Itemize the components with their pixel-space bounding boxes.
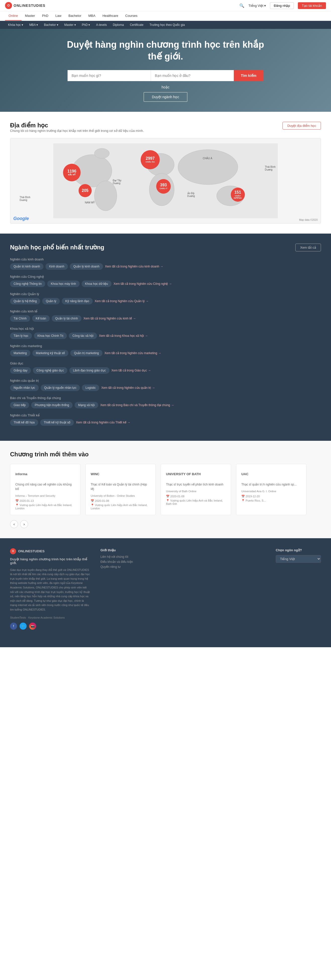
tag-5-1[interactable]: Marketing kỹ thuật số	[32, 350, 68, 356]
view-all-link-2[interactable]: Xem tất cả trong Nghiên cứu Quản lý	[95, 299, 149, 303]
footer-socials: f 🐦 📷	[10, 623, 91, 630]
tag-1-0[interactable]: Công nghệ Thông tin	[10, 280, 45, 287]
tag-2-1[interactable]: Quản lý	[42, 298, 60, 304]
carousel-prev-button[interactable]: ‹	[10, 520, 18, 528]
tag-0-1[interactable]: Kinh doanh	[45, 263, 68, 270]
facebook-icon[interactable]: f	[10, 623, 17, 630]
map-bubble-south-america[interactable]: 205	[79, 184, 92, 197]
subnav-diploma[interactable]: Diploma	[110, 21, 127, 29]
nav-online[interactable]: Online	[5, 11, 22, 21]
view-all-link-3[interactable]: Xem tất cả trong Nghiên cứu kinh tế	[83, 317, 136, 320]
tag-7-2[interactable]: Logistic	[82, 385, 99, 391]
subnav-quocgia[interactable]: Trường học theo Quốc gia	[146, 21, 188, 29]
tag-8-2[interactable]: Mạng xã hội	[75, 402, 98, 408]
tag-5-0[interactable]: Marketing	[10, 350, 30, 356]
hero-search-bar: Tìm kiếm	[68, 70, 263, 81]
tag-3-2[interactable]: Quản lý tài chính	[52, 315, 81, 322]
subnav-alevels[interactable]: A-levels	[93, 21, 110, 29]
program-loc-3: 📍 Puerto Rico, S...	[241, 499, 301, 502]
search-icon[interactable]: 🔍	[239, 3, 244, 8]
footer-desc: Giáo dục trực tuyến đang thay đổi thế gi…	[10, 568, 91, 612]
program-card-3[interactable]: UAC Thạc sĩ quản trị h nghiên cứu ngành …	[236, 464, 306, 515]
map-bubble-africa[interactable]: 393 CHÂU Ý	[156, 179, 171, 194]
register-button[interactable]: Tạo tài khoản	[298, 2, 326, 9]
subnav-khoahoc[interactable]: Khóa học ▾	[5, 21, 26, 29]
industry-group-6: Giáo dụcGiảng dạyCông nghệ giáo dụcLãnh …	[10, 361, 321, 374]
subnav-bachelor[interactable]: Bachelor ▾	[41, 21, 61, 29]
program-card-0[interactable]: informa Chúng chỉ nâng cao về nghiên cứu…	[10, 464, 80, 515]
label-thai-binh-duong-1: Thái BìnhDương	[19, 196, 30, 201]
nav-master[interactable]: Master	[22, 11, 39, 21]
subnav-master[interactable]: Master ▾	[61, 21, 79, 29]
search-button[interactable]: Tìm kiếm	[234, 70, 263, 81]
view-all-link-6[interactable]: Xem tất cả trong Giáo dục	[111, 369, 151, 372]
login-button[interactable]: Đăng nhập	[270, 2, 294, 9]
nav-healthcare[interactable]: Healthcare	[99, 11, 122, 21]
map-section-title-area: Địa điểm học Chúng tôi có hàng nghìn trư…	[10, 122, 144, 137]
map-bubble-europe[interactable]: 2997 CHÂU ÂU	[141, 150, 160, 169]
view-all-industries-button[interactable]: Xem tất cả	[295, 243, 321, 251]
tag-4-1[interactable]: Khoa học Chính Trị	[34, 332, 67, 339]
carousel-controls: ‹ ›	[10, 520, 321, 528]
twitter-icon[interactable]: 🐦	[19, 623, 27, 630]
nav-courses[interactable]: Courses	[122, 11, 141, 21]
subnav-phd[interactable]: PhD ▾	[79, 21, 93, 29]
view-all-link-7[interactable]: Xem tất cả trong Nghiên cứu quản trị	[101, 386, 155, 390]
subnav-certificate[interactable]: Certificate	[127, 21, 146, 29]
nav-law[interactable]: Law	[52, 11, 65, 21]
program-logo-1: WINC	[91, 469, 150, 479]
tag-7-0[interactable]: Nguồn nhân lực	[10, 385, 39, 391]
tag-9-0[interactable]: Thiết kế đồ họa	[10, 419, 38, 426]
nav-mba[interactable]: MBA	[85, 11, 99, 21]
map-copyright: Map data ©2020	[299, 218, 318, 221]
tag-6-1[interactable]: Công nghệ giáo dục	[33, 367, 67, 374]
tag-6-2[interactable]: Lãnh đạo trong giáo dục	[69, 367, 109, 374]
subnav-mba[interactable]: MBA ▾	[26, 21, 41, 29]
map-bubble-australia[interactable]: 151 CHÂU DƯƠNG	[231, 188, 245, 202]
instagram-icon[interactable]: 📷	[29, 623, 36, 630]
browse-locations-button[interactable]: Duyệt địa điểm học	[283, 122, 321, 130]
program-card-1[interactable]: WINC Thạc sĩ Kế toán và Quản lý tài chín…	[85, 464, 156, 515]
nav-phd[interactable]: PhD	[38, 11, 52, 21]
tag-3-0[interactable]: Tài Chính	[10, 315, 30, 322]
tag-2-0[interactable]: Quản lý hệ thống	[10, 298, 40, 304]
language-select[interactable]: Tiếng Việt English	[276, 555, 321, 563]
search-subject-input[interactable]	[68, 70, 151, 81]
tag-8-0[interactable]: Giao tiếp	[10, 402, 29, 408]
tag-0-2[interactable]: Quản lý kinh doanh	[70, 263, 103, 270]
map-bubble-north-america[interactable]: 1196 BẮC MỸ	[63, 164, 81, 181]
view-all-link-5[interactable]: Xem tất cả trong Nghiên cứu marketing	[105, 352, 161, 355]
browse-industries-button[interactable]: Duyệt ngành học	[144, 92, 187, 102]
tag-0-0[interactable]: Quản trị kinh doanh	[10, 263, 43, 270]
search-location-input[interactable]	[151, 70, 234, 81]
tag-2-2[interactable]: Kỹ năng lãnh đạo	[62, 298, 93, 304]
footer-link-contact[interactable]: Liên hệ với chúng tôi	[100, 555, 133, 558]
view-all-link-9[interactable]: Xem tất cả trong Nghiên cứu Thiết kế	[76, 421, 130, 424]
nav-bachelor[interactable]: Bachelor	[65, 11, 84, 21]
view-all-link-1[interactable]: Xem tất cả trong Nghiên cứu Công nghệ	[113, 282, 172, 286]
tag-6-0[interactable]: Giảng dạy	[10, 367, 31, 374]
carousel-next-button[interactable]: ›	[20, 520, 28, 528]
language-button[interactable]: Tiếng Việt ▾	[248, 4, 266, 8]
view-all-link-8[interactable]: Xem tất cả trong Báo chí và Truyền thông…	[100, 403, 174, 407]
tag-5-2[interactable]: Quản trị marketing	[70, 350, 102, 356]
tag-9-1[interactable]: Thiết kế kỹ thuật số	[40, 419, 74, 426]
tag-4-0[interactable]: Tâm lý học	[10, 332, 32, 339]
footer-col-about-title: Giới thiệu	[100, 548, 133, 552]
tag-1-2[interactable]: Khoa học dữ liệu	[82, 280, 111, 287]
view-all-link-0[interactable]: Xem tất cả trong Nghiên cứu kinh doanh	[105, 265, 163, 268]
tag-3-1[interactable]: Kế toán	[32, 315, 50, 322]
tag-7-1[interactable]: Quản lý nguồn nhân lực	[41, 385, 80, 391]
industry-group-title-8: Báo chí và Truyền thông đại chúng	[10, 396, 321, 400]
tag-4-2[interactable]: Công tác xã hội	[69, 332, 97, 339]
tag-1-1[interactable]: Khoa học máy tính	[47, 280, 80, 287]
footer-link-privacy[interactable]: Quyền riêng tư	[100, 565, 133, 569]
view-all-link-4[interactable]: Xem tất cả trong Khoa học xã hội	[99, 334, 148, 337]
program-card-2[interactable]: UNIVERSITY OF BATH Thạc sĩ trực tuyến về…	[161, 464, 231, 515]
tag-8-1[interactable]: Phương tiện truyền thống	[31, 402, 73, 408]
bubble-label-na: BẮC MỸ	[68, 173, 76, 176]
footer-link-terms[interactable]: Điều khoản và điều kiện	[100, 560, 133, 563]
industry-tags-5: MarketingMarketing kỹ thuật sốQuản trị m…	[10, 350, 321, 356]
industry-tags-1: Công nghệ Thông tinKhoa học máy tínhKhoa…	[10, 280, 321, 287]
main-navigation: Online Master PhD Law Bachelor MBA Healt…	[0, 11, 331, 21]
